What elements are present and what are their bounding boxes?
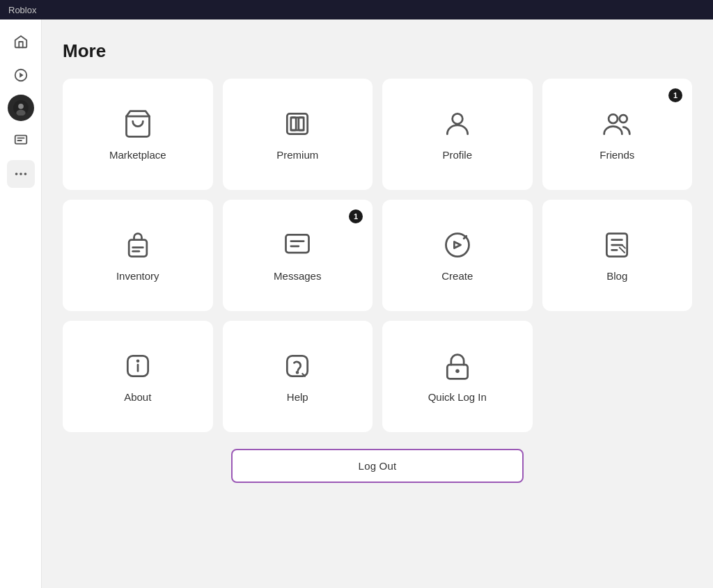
card-marketplace-label: Marketplace [109,149,166,161]
card-friends-label: Friends [600,149,634,161]
card-quicklogin-label: Quick Log In [428,391,487,403]
lock-icon [442,351,473,381]
card-help[interactable]: Help [223,321,373,432]
card-profile-label: Profile [442,149,472,161]
card-messages[interactable]: 1 Messages [223,200,373,311]
create-icon [442,230,473,260]
card-blog-label: Blog [606,270,627,282]
sidebar-item-more[interactable] [7,160,35,188]
svg-point-33 [455,369,460,373]
avatar-icon [13,100,29,116]
svg-point-29 [137,360,139,361]
friends-badge: 1 [668,88,682,102]
sidebar-item-chat[interactable] [7,127,35,154]
svg-point-16 [609,114,618,123]
home-icon [13,34,29,49]
svg-point-15 [452,113,462,124]
card-create[interactable]: Create [382,200,533,311]
svg-point-31 [297,372,298,373]
svg-rect-14 [299,117,304,129]
bag-icon [123,109,153,139]
card-about-label: About [124,391,151,403]
svg-point-3 [18,104,24,109]
grid-row-2: Inventory 1 Messages Create [63,200,692,311]
logout-button[interactable]: Log Out [231,449,524,483]
card-inventory-label: Inventory [116,270,159,282]
sidebar-item-play[interactable] [7,61,35,89]
grid-row-3: About Help Quick Log In [63,321,533,432]
svg-rect-5 [15,136,26,144]
svg-marker-1 [19,72,24,77]
card-quicklogin[interactable]: Quick Log In [382,321,533,432]
backpack-icon [123,230,153,260]
messages-badge: 1 [349,209,363,223]
messages-icon [282,230,313,260]
app-body: More Marketplace Premiu [0,19,713,588]
svg-rect-13 [291,117,296,129]
card-messages-label: Messages [274,270,321,282]
svg-point-8 [15,173,17,175]
card-blog[interactable]: Blog [542,200,693,311]
card-create-label: Create [441,270,473,282]
profile-icon [442,109,473,139]
play-icon [13,67,29,83]
blog-icon [602,230,632,260]
sidebar [0,19,42,588]
card-premium[interactable]: Premium [223,79,373,190]
friends-icon [602,109,632,139]
help-icon [282,351,313,381]
premium-icon [282,109,313,139]
svg-rect-19 [286,235,309,253]
card-friends[interactable]: 1 Friends [542,79,693,190]
sidebar-item-home[interactable] [7,28,35,56]
grid-row-1: Marketplace Premium Profile [63,79,692,190]
content-area: More Marketplace Premiu [42,19,713,588]
sidebar-item-avatar[interactable] [8,95,34,121]
card-inventory[interactable]: Inventory [63,200,213,311]
chat-icon [13,133,29,148]
titlebar: Roblox [0,0,713,19]
more-icon [13,166,29,182]
card-profile[interactable]: Profile [382,79,533,190]
info-icon [123,351,153,381]
card-about[interactable]: About [63,321,213,432]
titlebar-label: Roblox [8,5,36,15]
svg-point-9 [19,173,22,175]
card-marketplace[interactable]: Marketplace [63,79,213,190]
card-premium-label: Premium [276,149,318,161]
page-title: More [63,40,692,62]
logout-wrap: Log Out [63,449,692,483]
svg-point-10 [24,173,26,175]
card-help-label: Help [287,391,308,403]
svg-point-17 [620,115,627,122]
